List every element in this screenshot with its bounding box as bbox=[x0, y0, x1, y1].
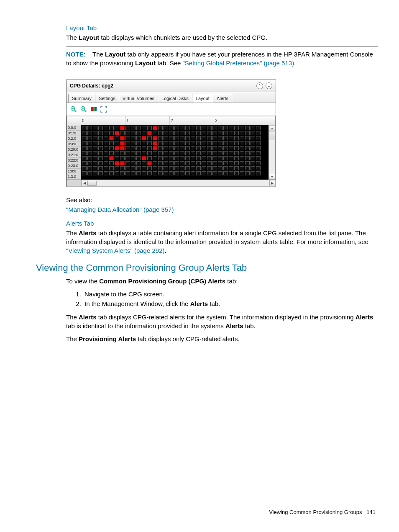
chunklet-cell[interactable] bbox=[98, 146, 103, 150]
chunklet-cell[interactable] bbox=[87, 136, 92, 140]
chunklet-cell[interactable] bbox=[158, 171, 163, 175]
chunklet-cell[interactable] bbox=[229, 136, 233, 140]
chunklet-cell[interactable] bbox=[234, 161, 239, 165]
chunklet-cell[interactable] bbox=[245, 171, 250, 175]
chunklet-cell[interactable] bbox=[185, 136, 190, 140]
chunklet-cell[interactable] bbox=[98, 166, 103, 170]
chunklet-cell[interactable] bbox=[104, 141, 108, 145]
chunklet-cell[interactable] bbox=[245, 151, 250, 155]
chunklet-cell[interactable] bbox=[136, 146, 141, 150]
chunklet-cell[interactable] bbox=[147, 151, 152, 155]
chunklet-cell[interactable] bbox=[256, 166, 261, 170]
chunklet-cell[interactable] bbox=[109, 146, 114, 150]
scroll-thumb-h[interactable] bbox=[87, 181, 97, 186]
chunklet-cell[interactable] bbox=[136, 156, 141, 160]
chunklet-cell[interactable] bbox=[125, 166, 130, 170]
chunklet-cell[interactable] bbox=[109, 141, 114, 145]
chunklet-cell[interactable] bbox=[153, 156, 157, 160]
chunklet-cell[interactable] bbox=[104, 131, 108, 135]
tab-logical-disks[interactable]: Logical Disks bbox=[158, 94, 192, 103]
chunklet-cell[interactable] bbox=[207, 146, 212, 150]
chunklet-cell[interactable] bbox=[202, 141, 206, 145]
expand-icon[interactable]: ⌄ bbox=[266, 82, 272, 89]
chunklet-cell[interactable] bbox=[153, 131, 157, 135]
chunklet-cell[interactable] bbox=[93, 141, 97, 145]
chunklet-cell[interactable] bbox=[212, 171, 217, 175]
chunklet-cell[interactable] bbox=[256, 146, 261, 150]
chunklet-cell[interactable] bbox=[87, 141, 92, 145]
chunklet-cell[interactable] bbox=[245, 156, 250, 160]
chunklet-cell[interactable] bbox=[120, 126, 125, 130]
chunklet-cell[interactable] bbox=[196, 161, 201, 165]
chunklet-cell[interactable] bbox=[98, 171, 103, 175]
chunklet-cell[interactable] bbox=[256, 161, 261, 165]
chunklet-cell[interactable] bbox=[136, 166, 141, 170]
chunklet-cell[interactable] bbox=[212, 161, 217, 165]
chunklet-cell[interactable] bbox=[158, 161, 163, 165]
chunklet-cell[interactable] bbox=[147, 126, 152, 130]
chunklet-cell[interactable] bbox=[196, 156, 201, 160]
chunklet-cell[interactable] bbox=[147, 166, 152, 170]
chunklet-cell[interactable] bbox=[240, 141, 244, 145]
chunklet-cell[interactable] bbox=[158, 141, 163, 145]
scroll-thumb-v[interactable] bbox=[269, 131, 275, 140]
chunklet-cell[interactable] bbox=[185, 126, 190, 130]
chunklet-cell[interactable] bbox=[229, 146, 233, 150]
chunklet-cell[interactable] bbox=[169, 146, 174, 150]
chunklet-cell[interactable] bbox=[245, 141, 250, 145]
chunklet-cell[interactable] bbox=[104, 171, 108, 175]
chunklet-cell[interactable] bbox=[82, 151, 87, 155]
chunklet-cell[interactable] bbox=[164, 171, 168, 175]
chunklet-cell[interactable] bbox=[191, 146, 195, 150]
chunklet-cell[interactable] bbox=[169, 171, 174, 175]
chunklet-cell[interactable] bbox=[109, 151, 114, 155]
chunklet-cell[interactable] bbox=[223, 166, 228, 170]
chunklet-cell[interactable] bbox=[223, 136, 228, 140]
chunklet-cell[interactable] bbox=[120, 166, 125, 170]
chunklet-cell[interactable] bbox=[158, 146, 163, 150]
chunklet-cell[interactable] bbox=[136, 151, 141, 155]
chunklet-cell[interactable] bbox=[131, 156, 136, 160]
chunklet-cell[interactable] bbox=[185, 151, 190, 155]
vertical-scrollbar[interactable]: ▲ ▼ bbox=[269, 125, 275, 180]
chunklet-cell[interactable] bbox=[147, 131, 152, 135]
chunklet-cell[interactable] bbox=[131, 146, 136, 150]
chunklet-cell[interactable] bbox=[174, 141, 179, 145]
chunklet-cell[interactable] bbox=[251, 141, 255, 145]
chunklet-cell[interactable] bbox=[245, 161, 250, 165]
chunklet-cell[interactable] bbox=[131, 131, 136, 135]
tab-layout[interactable]: Layout bbox=[192, 94, 213, 103]
chunklet-cell[interactable] bbox=[169, 141, 174, 145]
chunklet-cell[interactable] bbox=[229, 166, 233, 170]
chunklet-cell[interactable] bbox=[82, 146, 87, 150]
chunklet-cell[interactable] bbox=[93, 161, 97, 165]
chunklet-cell[interactable] bbox=[191, 131, 195, 135]
chunklet-cell[interactable] bbox=[196, 171, 201, 175]
chunklet-cell[interactable] bbox=[131, 136, 136, 140]
chunklet-cell[interactable] bbox=[207, 156, 212, 160]
chunklet-cell[interactable] bbox=[202, 151, 206, 155]
chunklet-cell[interactable] bbox=[229, 156, 233, 160]
chunklet-cell[interactable] bbox=[256, 141, 261, 145]
chunklet-cell[interactable] bbox=[115, 166, 119, 170]
chunklet-cell[interactable] bbox=[218, 151, 223, 155]
chunklet-cell[interactable] bbox=[169, 166, 174, 170]
scroll-down-arrow-icon[interactable]: ▼ bbox=[269, 174, 275, 180]
chunklet-cell[interactable] bbox=[142, 161, 146, 165]
chunklet-cell[interactable] bbox=[125, 171, 130, 175]
chunklet-cell[interactable] bbox=[174, 146, 179, 150]
chunklet-cell[interactable] bbox=[115, 151, 119, 155]
tab-alerts[interactable]: Alerts bbox=[213, 94, 232, 103]
chunklet-cell[interactable] bbox=[202, 161, 206, 165]
chunklet-cell[interactable] bbox=[191, 136, 195, 140]
chunklet-cell[interactable] bbox=[223, 146, 228, 150]
chunklet-cell[interactable] bbox=[240, 151, 244, 155]
chunklet-cell[interactable] bbox=[147, 156, 152, 160]
chunklet-cell[interactable] bbox=[147, 161, 152, 165]
chunklet-cell[interactable] bbox=[131, 166, 136, 170]
chunklet-cell[interactable] bbox=[196, 141, 201, 145]
chunklet-cell[interactable] bbox=[218, 126, 223, 130]
chunklet-cell[interactable] bbox=[82, 141, 87, 145]
chunklet-cell[interactable] bbox=[180, 136, 184, 140]
chunklet-cell[interactable] bbox=[153, 171, 157, 175]
